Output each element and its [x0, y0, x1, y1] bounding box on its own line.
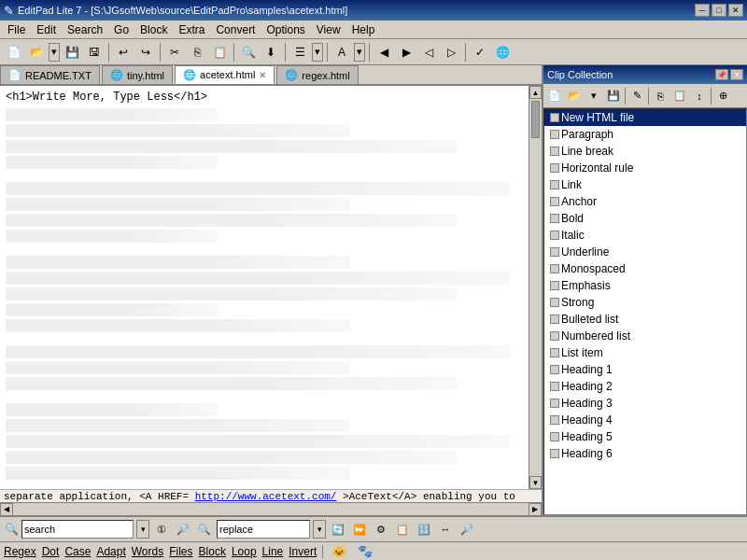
replace-btn1[interactable]: 🔄: [329, 520, 347, 539]
clip-item-emphasis[interactable]: Emphasis: [544, 277, 746, 294]
clip-item-bulleted-list[interactable]: Bulleted list: [544, 311, 746, 328]
replace-btn2[interactable]: ⏩: [350, 520, 369, 539]
clip-item-heading2[interactable]: Heading 2: [544, 378, 746, 395]
menu-options[interactable]: Options: [261, 21, 310, 38]
tab-tiny[interactable]: 🌐 tiny.html: [102, 65, 173, 84]
clip-item-paragraph[interactable]: Paragraph: [544, 126, 746, 143]
search-zoom2-btn[interactable]: 🔍: [195, 520, 214, 539]
clip-item-heading6[interactable]: Heading 6: [544, 445, 746, 462]
menu-file[interactable]: File: [2, 21, 31, 38]
open-button[interactable]: 📂: [26, 42, 47, 63]
replace-btn4[interactable]: 📋: [393, 520, 412, 539]
clip-close-button[interactable]: ✕: [730, 69, 743, 80]
replace-btn5[interactable]: 🔢: [415, 520, 433, 539]
refresh-button[interactable]: 🌐: [492, 42, 513, 63]
findbar-files[interactable]: Files: [169, 545, 192, 558]
horizontal-scrollbar[interactable]: ◀ ▶: [0, 502, 542, 515]
menu-block[interactable]: Block: [134, 21, 173, 38]
clip-item-heading4[interactable]: Heading 4: [544, 412, 746, 428]
prev-button[interactable]: ◀: [374, 42, 394, 63]
clip-item-strong[interactable]: Strong: [544, 294, 746, 311]
clip-dropdown-button[interactable]: ▾: [585, 87, 603, 105]
menu-extra[interactable]: Extra: [173, 21, 210, 38]
editor-text[interactable]: <h1>Write More, Type Less</h1>: [0, 86, 542, 489]
tab-acetext[interactable]: 🌐 acetext.html ✕: [175, 65, 275, 84]
menu-view[interactable]: View: [311, 21, 346, 38]
search-zoom-btn[interactable]: 🔎: [174, 520, 192, 539]
save-all-button[interactable]: 🖫: [84, 42, 105, 63]
findbar-invert[interactable]: Invert: [289, 545, 317, 558]
menu-convert[interactable]: Convert: [210, 21, 261, 38]
clip-list-container[interactable]: New HTML file Paragraph Line break Horiz…: [543, 108, 747, 515]
vertical-scrollbar[interactable]: ▲ ▼: [529, 86, 542, 489]
tab-readme[interactable]: 📄 README.TXT: [0, 65, 100, 84]
clip-item-link[interactable]: Link: [544, 176, 746, 193]
new-button[interactable]: 📄: [4, 42, 24, 63]
replace-dropdown-button[interactable]: ▾: [313, 520, 326, 539]
clip-add-button[interactable]: ⊕: [713, 87, 732, 105]
cut-button[interactable]: ✂: [164, 42, 185, 63]
findbar-icon1[interactable]: 🐱: [329, 543, 349, 560]
clip-new-button[interactable]: 📄: [545, 87, 564, 105]
findbar-dot[interactable]: Dot: [42, 545, 60, 558]
menu-edit[interactable]: Edit: [31, 21, 62, 38]
find-next-button[interactable]: ⬇: [261, 42, 281, 63]
clip-copy-button[interactable]: ⎘: [651, 87, 669, 105]
next2-button[interactable]: ▷: [441, 42, 461, 63]
open-dropdown[interactable]: ▾: [49, 43, 60, 62]
prev2-button[interactable]: ◁: [418, 42, 439, 63]
findbar-adapt[interactable]: Adapt: [96, 545, 125, 558]
clip-edit-button[interactable]: ✎: [627, 87, 646, 105]
clip-item-monospaced[interactable]: Monospaced: [544, 260, 746, 277]
clip-pin-button[interactable]: 📌: [715, 69, 728, 80]
tab-acetext-close[interactable]: ✕: [259, 70, 266, 80]
paste-button[interactable]: 📋: [209, 42, 230, 63]
spell-button[interactable]: ✓: [470, 42, 490, 63]
findbar-block[interactable]: Block: [199, 545, 226, 558]
close-button[interactable]: ✕: [728, 4, 743, 17]
hscroll-right-button[interactable]: ▶: [529, 503, 542, 516]
clip-item-numbered-list[interactable]: Numbered list: [544, 328, 746, 344]
format-dropdown[interactable]: ▾: [312, 43, 323, 62]
replace-input[interactable]: [217, 520, 310, 539]
find-button[interactable]: 🔍: [238, 42, 259, 63]
format-button[interactable]: ☰: [289, 42, 310, 63]
search-count-btn[interactable]: ①: [152, 520, 171, 539]
replace-btn3[interactable]: ⚙: [372, 520, 390, 539]
search-extra-btn[interactable]: 🔎: [458, 520, 476, 539]
copy-button[interactable]: ⎘: [187, 42, 207, 63]
findbar-case[interactable]: Case: [64, 545, 91, 558]
clip-item-new-html[interactable]: New HTML file: [544, 109, 746, 126]
clip-save-button[interactable]: 💾: [604, 87, 623, 105]
redo-button[interactable]: ↪: [135, 42, 156, 63]
clip-item-italic[interactable]: Italic: [544, 227, 746, 244]
font-dropdown[interactable]: ▾: [354, 43, 365, 62]
clip-item-horizontal-rule[interactable]: Horizontal rule: [544, 160, 746, 176]
menu-search[interactable]: Search: [62, 21, 108, 38]
findbar-icon2[interactable]: 🐾: [355, 543, 375, 560]
clip-item-line-break[interactable]: Line break: [544, 143, 746, 160]
clip-paste-button[interactable]: 📋: [670, 87, 689, 105]
hscroll-left-button[interactable]: ◀: [0, 503, 13, 516]
scroll-down-button[interactable]: ▼: [529, 476, 542, 489]
font-button[interactable]: A: [331, 42, 352, 63]
editor-content[interactable]: <h1>Write More, Type Less</h1>: [0, 86, 542, 489]
findbar-loop[interactable]: Loop: [232, 545, 257, 558]
search-input[interactable]: [21, 520, 134, 539]
bottom-link[interactable]: http://www.acetext.com/: [195, 491, 337, 502]
save-button[interactable]: 💾: [62, 42, 82, 63]
menu-help[interactable]: Help: [346, 21, 381, 38]
clip-item-heading1[interactable]: Heading 1: [544, 361, 746, 378]
search-dropdown-button[interactable]: ▾: [136, 520, 149, 539]
clip-item-bold[interactable]: Bold: [544, 210, 746, 227]
tab-regex[interactable]: 🌐 regex.html: [276, 65, 358, 84]
clip-open-button[interactable]: 📂: [565, 87, 584, 105]
scroll-track[interactable]: [529, 99, 542, 476]
scroll-up-button[interactable]: ▲: [529, 86, 542, 99]
clip-item-list-item[interactable]: List item: [544, 344, 746, 361]
clip-move-button[interactable]: ↕: [690, 87, 709, 105]
scroll-thumb[interactable]: [531, 101, 540, 138]
menu-go[interactable]: Go: [108, 21, 134, 38]
clip-item-underline[interactable]: Underline: [544, 244, 746, 260]
clip-item-anchor[interactable]: Anchor: [544, 193, 746, 210]
